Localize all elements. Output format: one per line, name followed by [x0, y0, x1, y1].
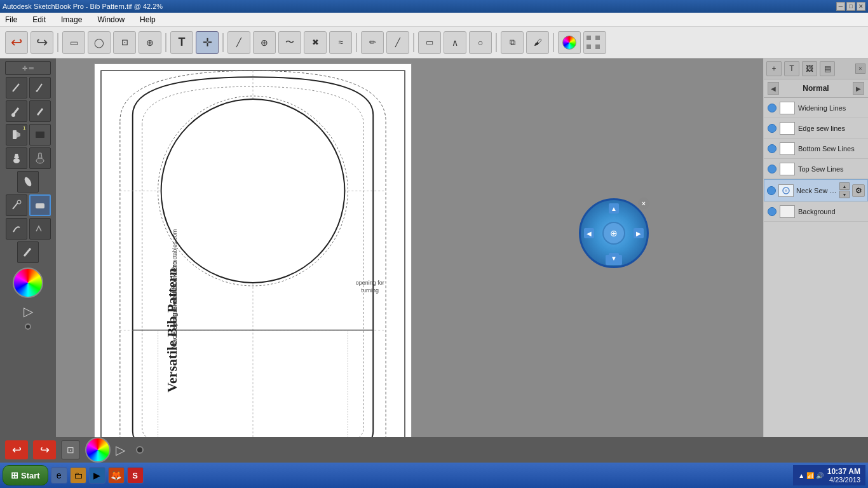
color-wheel-bottom[interactable]: [85, 437, 111, 463]
pencil-tool[interactable]: [6, 77, 27, 98]
nav-circle[interactable]: × ▲ ◀ ▶ ⊕ ↻ ▼: [579, 198, 649, 268]
brush-row-5: [17, 171, 39, 193]
blend-tool[interactable]: [29, 218, 51, 240]
pen-button[interactable]: ✏: [361, 31, 384, 54]
move-button[interactable]: ✛: [196, 31, 219, 54]
nav-center-button[interactable]: ⊕: [602, 222, 625, 245]
select-rect-button[interactable]: ▭: [62, 31, 85, 54]
svg-marker-6: [37, 108, 43, 116]
cursor-arrow: ▷: [24, 304, 33, 319]
layer-item[interactable]: Bottom Sew Lines: [764, 139, 868, 159]
select-lasso-button[interactable]: ◯: [88, 31, 111, 54]
spray-tool[interactable]: [6, 194, 27, 216]
fill-tool[interactable]: [29, 147, 51, 169]
svg-point-10: [13, 158, 20, 163]
close-button[interactable]: ✕: [857, 2, 865, 11]
polyline-button[interactable]: ∧: [444, 31, 466, 54]
nav-down-arrow[interactable]: ▼: [609, 253, 619, 263]
taskbar-icon-firefox[interactable]: 🦊: [108, 467, 125, 484]
nav-left-arrow[interactable]: ◀: [584, 228, 594, 238]
menu-window[interactable]: Window: [95, 14, 127, 25]
svg-text:By DarnithatCrafts on Instruct: By DarnithatCrafts on Instructables.com: [172, 229, 178, 330]
symmetry-button[interactable]: ⊕: [253, 31, 276, 54]
layer-item[interactable]: Top Sew Lines: [764, 159, 868, 179]
color-wheel-small[interactable]: [13, 268, 43, 298]
ink-tool[interactable]: [29, 77, 51, 98]
layer-name-label: Edge sew lines: [798, 125, 864, 132]
menu-edit[interactable]: Edit: [30, 14, 48, 25]
add-image-layer-button[interactable]: 🖼: [802, 61, 817, 76]
ruler-button[interactable]: ╱: [227, 31, 250, 54]
layer-item[interactable]: Background: [764, 201, 868, 222]
brush-tool[interactable]: [6, 100, 27, 122]
eraser-tool-2[interactable]: [29, 194, 51, 216]
taskbar-icon-media[interactable]: ▶: [89, 467, 105, 484]
move-tool-wide[interactable]: ✛ ═: [5, 61, 51, 75]
undo-bottom-button[interactable]: ↩: [5, 440, 28, 459]
layer-visibility-toggle[interactable]: [768, 124, 776, 133]
layer-item[interactable]: Widening Lines: [764, 98, 868, 118]
blend-next-button[interactable]: ▶: [853, 82, 864, 95]
nav-right-arrow[interactable]: ▶: [634, 228, 644, 238]
bib-canvas: Versatile Bib Pattern Made using SketchB…: [94, 64, 412, 463]
menu-help[interactable]: Help: [137, 14, 158, 25]
layer-move-down-button[interactable]: ▼: [839, 191, 850, 198]
taskbar-icon-app[interactable]: S: [127, 467, 144, 484]
undo-button[interactable]: ↩: [5, 31, 28, 54]
brush-row-2: [6, 100, 51, 122]
layer-visibility-toggle[interactable]: [768, 104, 776, 112]
layer-move-up-button[interactable]: ▲: [839, 182, 850, 190]
taskbar-icon-ie[interactable]: e: [51, 467, 67, 484]
marker-tool[interactable]: 1: [6, 124, 27, 146]
curve-button[interactable]: 〜: [278, 31, 301, 54]
add-layer-button[interactable]: +: [766, 61, 782, 76]
layers-panel-close[interactable]: ×: [855, 64, 865, 74]
layer-options-button[interactable]: ⚙: [852, 184, 865, 197]
navigator: × ▲ ◀ ▶ ⊕ ↻ ▼: [579, 198, 655, 274]
menu-file[interactable]: File: [3, 14, 20, 25]
smear-button[interactable]: ≈: [329, 31, 352, 54]
toolset-button[interactable]: [583, 31, 606, 54]
toolbar-separator-3: [222, 33, 224, 52]
flat-brush-tool[interactable]: [29, 124, 51, 146]
redo-button[interactable]: ↪: [31, 31, 53, 54]
canvas-area[interactable]: Versatile Bib Pattern Made using SketchB…: [56, 58, 763, 463]
layer-visibility-toggle[interactable]: [768, 207, 776, 216]
brush2-button[interactable]: 🖌: [526, 31, 549, 54]
add-adjust-layer-button[interactable]: ▤: [820, 61, 835, 76]
rectangle-button[interactable]: ▭: [418, 31, 441, 54]
minimize-button[interactable]: ─: [836, 2, 845, 11]
menu-image[interactable]: Image: [58, 14, 85, 25]
blend-prev-button[interactable]: ◀: [768, 82, 779, 95]
smudge-tool[interactable]: [6, 218, 27, 240]
taskbar-icon-folder[interactable]: 🗀: [70, 467, 86, 484]
paint-bucket-tool[interactable]: [6, 147, 27, 169]
zoom-button[interactable]: ⊕: [139, 31, 161, 54]
brush-taper-tool[interactable]: [29, 100, 51, 122]
layer-visibility-toggle[interactable]: [768, 165, 776, 173]
layer-visibility-toggle[interactable]: [768, 144, 776, 153]
redo-bottom-button[interactable]: ↪: [33, 440, 56, 459]
layer-item[interactable]: Edge sew lines: [764, 118, 868, 139]
svg-point-12: [24, 176, 33, 187]
add-text-layer-button[interactable]: T: [784, 61, 799, 76]
toolbar-separator-1: [57, 33, 58, 52]
nav-close-button[interactable]: ×: [638, 198, 649, 209]
calligraphy-tool[interactable]: [17, 171, 39, 193]
color-wheel-button[interactable]: [558, 31, 581, 54]
svg-rect-15: [36, 203, 44, 208]
start-button[interactable]: ⊞ Start: [3, 465, 48, 485]
maximize-button[interactable]: □: [846, 2, 855, 11]
copy-bottom-button[interactable]: ⊡: [61, 440, 80, 459]
nav-up-arrow[interactable]: ▲: [609, 203, 619, 214]
start-label: Start: [21, 471, 40, 480]
ellipse-button[interactable]: ○: [469, 31, 492, 54]
brush-button[interactable]: ╱: [386, 31, 409, 54]
layer-button[interactable]: ⧉: [501, 31, 524, 54]
layer-item-active[interactable]: Neck Sew Lin... ▲ ▼ ⚙: [764, 179, 868, 201]
eraser-button[interactable]: ✖: [304, 31, 327, 54]
crop-button[interactable]: ⊡: [113, 31, 136, 54]
layer-visibility-toggle[interactable]: [767, 186, 776, 195]
text-button[interactable]: T: [170, 31, 193, 54]
chisel-tool[interactable]: [17, 241, 39, 263]
